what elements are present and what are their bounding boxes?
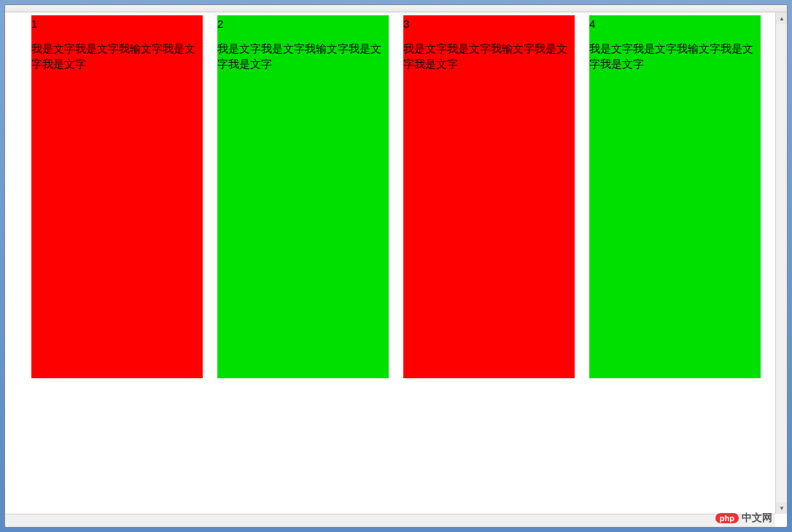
box-2: 2 我是文字我是文字我输文字我是文字我是文字 — [217, 15, 389, 378]
box-4-text: 我是文字我是文字我输文字我是文字我是文字 — [589, 42, 761, 71]
watermark-text: 中文网 — [742, 512, 772, 525]
box-2-number: 2 — [217, 17, 389, 31]
box-3-text: 我是文字我是文字我输文字我是文字我是文字 — [403, 42, 575, 71]
box-1-number: 1 — [31, 17, 203, 31]
box-1-text: 我是文字我是文字我输文字我是文字我是文字 — [31, 42, 203, 71]
box-4: 4 我是文字我是文字我输文字我是文字我是文字 — [589, 15, 761, 378]
scroll-down-icon[interactable]: ▼ — [776, 502, 788, 514]
box-3-number: 3 — [403, 17, 575, 31]
horizontal-scrollbar[interactable] — [5, 514, 775, 527]
box-3: 3 我是文字我是文字我输文字我是文字我是文字 — [403, 15, 575, 378]
scroll-up-icon[interactable]: ▲ — [776, 12, 788, 24]
box-4-number: 4 — [589, 17, 761, 31]
box-1: 1 我是文字我是文字我输文字我是文字我是文字 — [31, 15, 203, 378]
browser-window: 1 我是文字我是文字我输文字我是文字我是文字 2 我是文字我是文字我输文字我是文… — [4, 4, 788, 528]
watermark-badge: php — [715, 513, 739, 523]
vertical-scrollbar[interactable]: ▲ ▼ — [775, 12, 787, 514]
watermark: php 中文网 — [715, 512, 772, 525]
box-2-text: 我是文字我是文字我输文字我是文字我是文字 — [217, 42, 389, 71]
window-title-bar — [5, 5, 787, 12]
content-area: 1 我是文字我是文字我输文字我是文字我是文字 2 我是文字我是文字我输文字我是文… — [5, 12, 787, 381]
